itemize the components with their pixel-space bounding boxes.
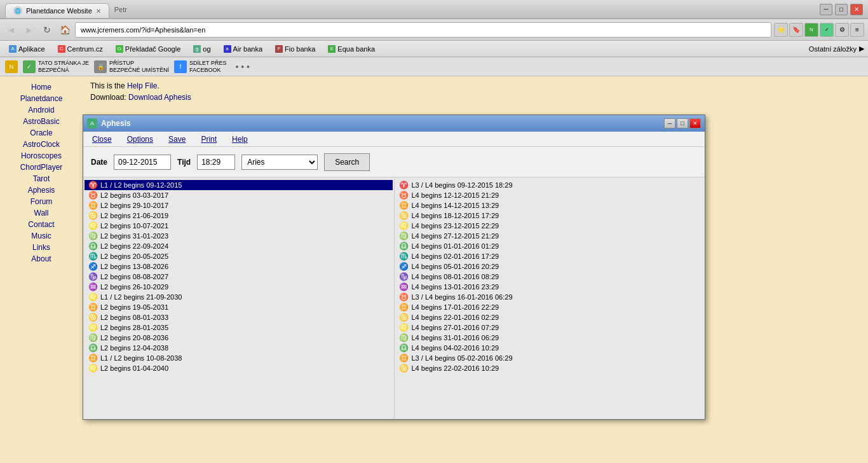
right-row[interactable]: ♎L4 begins 01-01-2016 01:29 (396, 241, 704, 251)
left-row[interactable]: ♌L1 / L2 begins 21-09-2030 (85, 292, 393, 302)
sidebar-item-aphesis[interactable]: Aphesis (0, 184, 83, 196)
help-link[interactable]: Help File (127, 81, 157, 90)
reload-btn[interactable]: ↻ (39, 22, 55, 38)
right-row[interactable]: ♎L4 begins 04-02-2016 10:29 (396, 343, 704, 353)
bookmark-last[interactable]: Ostatní záložky ▶ (809, 45, 864, 53)
search-button[interactable]: Search (324, 153, 370, 171)
left-row[interactable]: ♏L2 begins 20-05-2025 (85, 251, 393, 261)
right-row[interactable]: ♉L4 begins 12-12-2015 21:29 (396, 190, 704, 200)
right-row[interactable]: ♊L3 / L4 begins 05-02-2016 06:29 (396, 353, 704, 363)
sidebar-item-android[interactable]: Android (0, 104, 83, 116)
menu-print[interactable]: Print (196, 134, 222, 145)
browser-tab[interactable]: 🌐 Planetdance Website ✕ (5, 3, 109, 18)
sidebar-item-horoscopes[interactable]: Horoscopes (0, 150, 83, 162)
left-row[interactable]: ♑L2 begins 08-08-2027 (85, 272, 393, 282)
right-row[interactable]: ♑L4 begins 08-01-2016 08:29 (396, 272, 704, 282)
download-link[interactable]: Download Aphesis (128, 93, 191, 102)
extensions-btn[interactable]: ⭐ (774, 23, 788, 37)
tab-close-btn[interactable]: ✕ (96, 8, 101, 15)
right-row[interactable]: ♊L4 begins 14-12-2015 13:29 (396, 200, 704, 211)
left-row[interactable]: ♒L2 begins 26-10-2029 (85, 282, 393, 292)
bookmark-air[interactable]: a Air banka (219, 44, 268, 54)
bookmark-og[interactable]: g og (188, 44, 215, 54)
more-security-btn[interactable]: • • • (235, 62, 249, 72)
sidebar-item-about[interactable]: About (0, 253, 83, 265)
safe-page[interactable]: ✓ TATO STRÁNKA JEBEZPEČNÁ (23, 60, 89, 74)
sign-symbol: ♐ (398, 262, 410, 271)
forward-btn[interactable]: ► (22, 22, 37, 38)
left-row[interactable]: ♐L2 begins 13-08-2026 (85, 261, 393, 272)
secure-access[interactable]: 🔒 PŘÍSTUPBEZPEČNÉ UMÍSTĚNÍ (94, 60, 169, 74)
right-scroll-area[interactable]: ♈L3 / L4 begins 09-12-2015 18:29♉L4 begi… (395, 177, 705, 419)
aphesis-minimize-btn[interactable]: ─ (664, 118, 675, 128)
left-row[interactable]: ♊L2 begins 29-10-2017 (85, 200, 393, 211)
norton-icon[interactable]: N (804, 23, 818, 37)
left-row[interactable]: ♌L2 begins 28-01-2035 (85, 322, 393, 333)
time-input[interactable] (197, 155, 235, 170)
left-row[interactable]: ♌L2 begins 10-07-2021 (85, 221, 393, 231)
right-row[interactable]: ♉L3 / L4 begins 16-01-2016 06:29 (396, 292, 704, 302)
left-scroll-area[interactable]: ♈L1 / L2 begins 09-12-2015♉L2 begins 03-… (83, 177, 394, 419)
left-row[interactable]: ♎L2 begins 12-04-2038 (85, 343, 393, 353)
aphesis-close-btn[interactable]: ✕ (689, 118, 701, 128)
left-row[interactable]: ♍L2 begins 20-08-2036 (85, 333, 393, 343)
sidebar-item-planetdance[interactable]: Planetdance (0, 93, 83, 104)
left-row[interactable]: ♋L2 begins 08-01-2033 (85, 312, 393, 322)
sign-select[interactable]: Aries Taurus Gemini Cancer Leo Virgo Lib… (241, 155, 318, 170)
maximize-btn[interactable]: □ (835, 4, 848, 15)
sidebar-item-home[interactable]: Home (0, 81, 83, 93)
left-row[interactable]: ♊L2 begins 19-05-2031 (85, 302, 393, 312)
facebook-share[interactable]: f SDÍLET PŘESFACEBOOK (174, 60, 226, 74)
right-row[interactable]: ♏L4 begins 02-01-2016 17:29 (396, 251, 704, 261)
left-row[interactable]: ♊L1 / L2 begins 10-08-2038 (85, 353, 393, 363)
menu-close[interactable]: Close (87, 134, 117, 145)
minimize-btn[interactable]: ─ (820, 4, 832, 15)
bookmark-google[interactable]: G Překladač Google (111, 44, 186, 54)
right-row[interactable]: ♌L4 begins 27-01-2016 07:29 (396, 322, 704, 333)
home-btn[interactable]: 🏠 (57, 22, 72, 38)
sidebar-item-contact[interactable]: Contact (0, 219, 83, 230)
left-row[interactable]: ♎L2 begins 22-09-2024 (85, 241, 393, 251)
sidebar-item-oracle[interactable]: Oracle (0, 127, 83, 139)
right-row[interactable]: ♊L4 begins 17-01-2016 22:29 (396, 302, 704, 312)
settings-btn[interactable]: ⚙ (835, 23, 849, 37)
sidebar-item-music[interactable]: Music (0, 230, 83, 242)
bookmark-centrum[interactable]: C Centrum.cz (53, 44, 108, 54)
sidebar-item-forum[interactable]: Forum (0, 196, 83, 207)
left-row[interactable]: ♈L1 / L2 begins 09-12-2015 (85, 180, 393, 190)
right-row[interactable]: ♒L4 begins 13-01-2016 23:29 (396, 282, 704, 292)
sidebar-item-tarot[interactable]: Tarot (0, 173, 83, 184)
left-row[interactable]: ♍L2 begins 31-01-2023 (85, 231, 393, 241)
left-row[interactable]: ♌L2 begins 01-04-2040 (85, 363, 393, 373)
bookmark-equa[interactable]: E Equa banka (323, 44, 380, 54)
right-row[interactable]: ♌L4 begins 23-12-2015 22:29 (396, 221, 704, 231)
aphesis-maximize-btn[interactable]: □ (677, 118, 688, 128)
menu-options[interactable]: Options (122, 134, 158, 145)
sidebar-item-wall[interactable]: Wall (0, 207, 83, 219)
left-row[interactable]: ♋L2 begins 21-06-2019 (85, 211, 393, 221)
right-row[interactable]: ♋L4 begins 22-01-2016 02:29 (396, 312, 704, 322)
address-bar[interactable] (75, 22, 771, 38)
menu-save[interactable]: Save (163, 134, 191, 145)
bookmark-fio[interactable]: F Fio banka (270, 44, 320, 54)
right-row[interactable]: ♐L4 begins 05-01-2016 20:29 (396, 261, 704, 272)
close-btn[interactable]: ✕ (850, 4, 863, 15)
menu-btn[interactable]: ≡ (850, 23, 864, 37)
right-row[interactable]: ♍L4 begins 31-01-2016 06:29 (396, 333, 704, 343)
norton-security[interactable]: N (5, 60, 18, 73)
right-row[interactable]: ♋L4 begins 18-12-2015 17:29 (396, 211, 704, 221)
menu-help[interactable]: Help (227, 134, 253, 145)
right-row[interactable]: ♋L4 begins 22-02-2016 10:29 (396, 363, 704, 373)
date-input[interactable] (114, 155, 171, 170)
bookmark-aplikace[interactable]: A Aplikace (4, 44, 50, 54)
back-btn[interactable]: ◄ (4, 22, 19, 38)
sidebar-item-links[interactable]: Links (0, 242, 83, 253)
right-row[interactable]: ♍L4 begins 27-12-2015 21:29 (396, 231, 704, 241)
sidebar-item-astroclock[interactable]: AstroClock (0, 139, 83, 150)
sidebar-item-astrobasic[interactable]: AstroBasic (0, 116, 83, 127)
left-row[interactable]: ♉L2 begins 03-03-2017 (85, 190, 393, 200)
bookmark-btn[interactable]: 🔖 (789, 23, 803, 37)
sidebar-item-chordplayer[interactable]: ChordPlayer (0, 162, 83, 173)
right-row[interactable]: ♈L3 / L4 begins 09-12-2015 18:29 (396, 180, 704, 190)
shield-icon[interactable]: ✓ (820, 23, 834, 37)
